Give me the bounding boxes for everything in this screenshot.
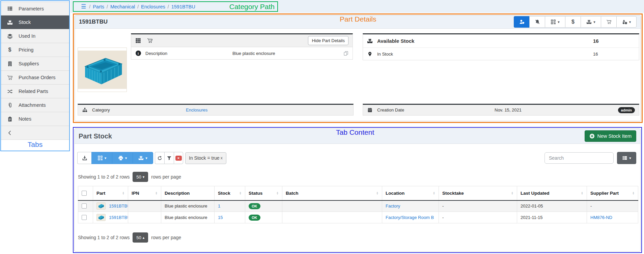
available-stock-value: 16 (593, 38, 599, 44)
table-row: 1591BTBU Blue plastic enclosure 1 OK Fac… (78, 200, 638, 212)
copy-icon[interactable] (343, 51, 348, 56)
cart-icon (606, 19, 612, 25)
breadcrumb-separator: / (168, 4, 169, 9)
sidebar-item-label: Related Parts (19, 89, 48, 94)
column-header-stock[interactable]: Stock (215, 186, 245, 200)
in-stock-label: In Stock (377, 52, 393, 57)
barcode-actions-button[interactable]: ▾ (91, 152, 112, 164)
part-link[interactable]: 1591BTBU (109, 203, 128, 209)
column-header-part[interactable]: Part (93, 186, 128, 200)
admin-view-button[interactable] (514, 16, 529, 28)
part-edit-actions-button[interactable]: ▾ (616, 16, 637, 28)
ipn-cell (128, 212, 161, 223)
sort-icon (581, 191, 583, 195)
column-header-batch[interactable]: Batch (282, 186, 382, 200)
column-header-supplier-part[interactable]: Supplier Part (587, 186, 638, 200)
print-actions-button[interactable]: ▾ (112, 152, 133, 164)
shuffle-icon (1, 89, 19, 94)
export-data-button[interactable] (77, 152, 91, 164)
available-stock-table: Available Stock 16 In Stock 16 (363, 33, 639, 60)
barcode-actions-button[interactable]: ▾ (545, 16, 565, 28)
sidebar-item-label: Used In (19, 33, 35, 39)
breadcrumb-link-parts[interactable]: Parts (93, 4, 104, 9)
sidebar-item-related-parts[interactable]: Related Parts (1, 85, 69, 98)
category-path-annotation-label: Category Path (229, 3, 277, 11)
column-header-stocktake[interactable]: Stocktake (439, 186, 517, 200)
breadcrumb-link-part[interactable]: 1591BTBU (171, 4, 195, 9)
pagination-info-bottom: Showing 1 to 2 of 2 rows 50▴ rows per pa… (78, 232, 636, 243)
section-title: Part Stock (79, 132, 112, 140)
supplier-part-link[interactable]: HM876-ND (590, 215, 612, 220)
download-icon (82, 155, 87, 161)
location-link[interactable]: Factory/Storage Room B (386, 215, 434, 220)
caret-down-icon: ▾ (105, 156, 107, 160)
refresh-icon (157, 156, 162, 161)
filter-chip[interactable]: In Stock = true x (185, 152, 226, 164)
unsubscribe-notifications-button[interactable] (529, 16, 545, 28)
sort-icon (632, 191, 635, 195)
clear-filters-button[interactable]: × (174, 152, 183, 164)
part-thumbnail (96, 214, 106, 221)
sidebar-item-attachments[interactable]: Attachments (1, 98, 69, 112)
showing-text: Showing 1 to 2 of 2 rows (78, 174, 130, 180)
stock-link[interactable]: 1 (218, 203, 220, 209)
sidebar-item-stock[interactable]: Stock (1, 15, 69, 29)
part-details-table: Hide Part Details i Description Blue pla… (131, 33, 353, 60)
column-select-button[interactable]: ▾ (617, 152, 636, 164)
column-header-ipn[interactable]: IPN (128, 186, 161, 200)
filter-button[interactable] (164, 152, 174, 164)
column-header-status[interactable]: Status (245, 186, 282, 200)
stocktake-cell: - (439, 200, 517, 212)
column-header-location[interactable]: Location (382, 186, 439, 200)
breadcrumb-separator: / (89, 4, 90, 9)
last-updated-cell: 2022-01-05 (517, 200, 587, 212)
row-checkbox[interactable] (82, 203, 87, 209)
boxes-icon (1, 20, 19, 25)
creation-date-value: Nov. 15, 2021 (495, 107, 522, 113)
part-image[interactable] (78, 47, 127, 92)
select-all-checkbox[interactable] (82, 191, 87, 196)
breadcrumb-separator: / (107, 4, 108, 9)
page-size-select[interactable]: 50▴ (133, 232, 148, 243)
refresh-button[interactable] (155, 152, 164, 164)
column-header-description[interactable]: Description (161, 186, 215, 200)
status-badge: OK (249, 215, 260, 221)
cart-icon (147, 38, 153, 43)
sidebar-item-pricing[interactable]: $ Pricing (1, 43, 69, 57)
tabs-annotation-box: Parameters Stock Used In $ Pricing Suppl… (0, 0, 70, 151)
search-input[interactable] (544, 152, 614, 164)
stock-link[interactable]: 15 (218, 215, 223, 220)
part-thumbnail (96, 202, 106, 210)
sidebar-item-parameters[interactable]: Parameters (1, 2, 69, 15)
filter-icon (167, 156, 172, 161)
sidebar-item-purchase-orders[interactable]: Purchase Orders (1, 71, 69, 85)
row-checkbox[interactable] (82, 215, 87, 220)
sidebar-collapse-button[interactable] (1, 126, 69, 140)
category-link[interactable]: Enclosures (186, 107, 207, 113)
location-link[interactable]: Factory (386, 203, 400, 209)
hide-part-details-button[interactable]: Hide Part Details (308, 36, 348, 45)
cart-icon (1, 75, 19, 81)
stock-options-button[interactable]: ▾ (133, 152, 153, 164)
column-header-last-updated[interactable]: Last Updated (517, 186, 587, 200)
new-stock-item-button[interactable]: New Stock Item (585, 130, 636, 142)
order-part-button[interactable] (601, 16, 616, 28)
user-shield-icon (519, 19, 525, 25)
caret-down-icon: ▾ (593, 20, 595, 24)
filter-chip-label: In Stock = true (189, 155, 220, 161)
page-size-select[interactable]: 50▾ (133, 172, 148, 182)
filter-chip-remove[interactable]: x (221, 156, 223, 160)
category-path-annotation-box: ☰ / Parts / Mechanical / Enclosures / 15… (73, 1, 278, 12)
sidebar-item-used-in[interactable]: Used In (1, 29, 69, 43)
sidebar-item-label: Attachments (19, 102, 46, 108)
breadcrumb-link-mechanical[interactable]: Mechanical (110, 4, 135, 9)
pricing-button[interactable]: $ (565, 16, 581, 28)
sidebar-item-notes[interactable]: Notes (1, 112, 69, 126)
caret-down-icon: ▾ (629, 20, 631, 24)
chevron-left-icon (1, 130, 19, 136)
sidebar-item-suppliers[interactable]: Suppliers (1, 57, 69, 71)
part-link[interactable]: 1591BTBU (109, 215, 128, 220)
hamburger-menu-icon[interactable]: ☰ (81, 3, 86, 10)
stock-actions-button[interactable]: ▾ (581, 16, 601, 28)
breadcrumb-link-enclosures[interactable]: Enclosures (141, 4, 165, 9)
